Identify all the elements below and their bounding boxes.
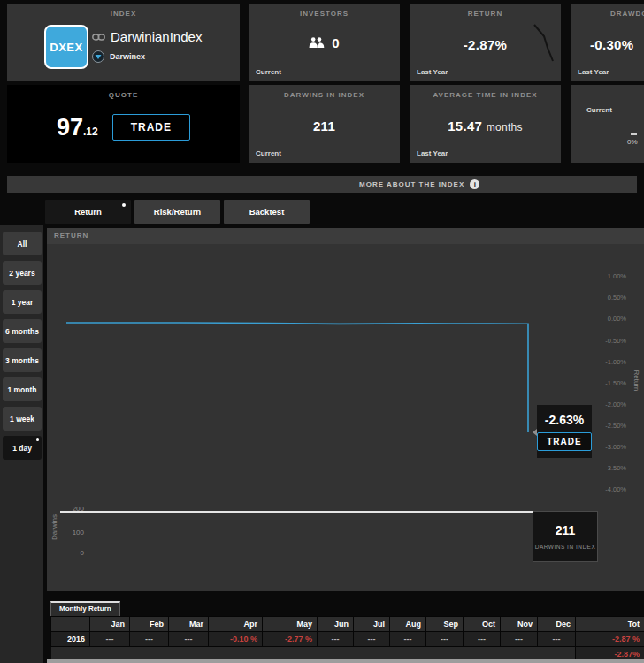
darwins-tooltip-value: 211	[556, 523, 576, 537]
darwins-card-value: 211	[249, 118, 400, 133]
period-6-months[interactable]: 6 months	[3, 319, 42, 343]
period-1-day[interactable]: 1 day	[3, 436, 42, 460]
quote-card: QUOTE 97.12 TRADE	[7, 85, 240, 163]
return-card: RETURN -2.87% Last Year	[410, 4, 561, 81]
tab-backtest[interactable]: Backtest	[224, 200, 310, 224]
darwins-tooltip-label: DARWINS IN INDEX	[535, 544, 596, 550]
month-cell: ---	[130, 632, 169, 647]
tooltip-trade-button[interactable]: TRADE	[537, 432, 591, 451]
header-cell: Tot	[576, 617, 644, 632]
monthly-return-tab[interactable]: Monthly Return	[50, 601, 120, 616]
tooltip-arrow-icon	[533, 429, 537, 436]
dxex-logo: DXEX	[44, 25, 88, 69]
return-chart-panel: RETURN 1.00% 0.50% 0.00% -0.50% -1.00% -…	[47, 228, 644, 591]
darwins-tick: 0	[58, 549, 84, 557]
darwins-tooltip: 211 DARWINS IN INDEX	[533, 511, 598, 562]
month-cell: ---	[390, 632, 426, 647]
period-3-months[interactable]: 3 months	[3, 348, 42, 372]
more-about-index-bar[interactable]: MORE ABOUT THE INDEX i	[7, 176, 637, 193]
period-3-months-label: 3 months	[5, 356, 39, 365]
avg-time-value: 15.47 months	[410, 118, 561, 133]
month-cell: ---	[90, 632, 130, 647]
period-2-years-label: 2 years	[9, 269, 34, 278]
period-6-months-label: 6 months	[5, 327, 39, 336]
period-all-label: All	[18, 240, 27, 248]
horizontal-scrollbar[interactable]	[47, 659, 644, 663]
monthly-header-row: Jan Feb Mar Apr May Jun Jul Aug Sep Oct …	[51, 617, 644, 632]
active-tab-dot	[122, 203, 126, 207]
y-tick: -4.00%	[591, 485, 626, 493]
month-cell: ---	[318, 632, 354, 647]
tab-risk-return[interactable]: Risk/Return	[134, 200, 220, 224]
link-icon	[92, 34, 105, 41]
y-tick: -3.00%	[591, 443, 626, 451]
avg-time-label: AVERAGE TIME IN INDEX	[410, 91, 561, 99]
tab-return-label: Return	[74, 207, 102, 217]
header-cell: Aug	[390, 617, 426, 632]
return-tooltip: -2.63% TRADE	[537, 405, 592, 458]
avg-time-period: Last Year	[417, 149, 448, 157]
header-cell: Sep	[426, 617, 464, 632]
period-1-week[interactable]: 1 week	[3, 407, 42, 431]
year-cell: 2016	[51, 632, 90, 647]
header-cell: Apr	[209, 617, 263, 632]
period-2-years[interactable]: 2 years	[3, 261, 42, 285]
quote-price: 97.12	[57, 114, 98, 141]
month-cell: -2.77 %	[263, 632, 318, 647]
y-tick: -3.50%	[591, 464, 626, 472]
quote-price-int: 97	[57, 114, 83, 141]
gauge-tick-icon	[631, 133, 637, 135]
month-cell: ---	[354, 632, 390, 647]
y-tick: -0.50%	[591, 337, 626, 345]
period-1-year[interactable]: 1 year	[3, 290, 42, 314]
active-period-dot	[36, 438, 39, 441]
return-period: Last Year	[417, 68, 448, 76]
more-about-label: MORE ABOUT THE INDEX	[359, 180, 464, 188]
period-1-day-label: 1 day	[12, 444, 32, 453]
month-cell: ---	[501, 632, 538, 647]
header-cell: Nov	[501, 617, 538, 632]
header-cell	[51, 617, 90, 632]
y-tick: 0.00%	[591, 315, 626, 323]
index-card-label: INDEX	[7, 10, 240, 18]
darwinex-badge-icon	[92, 50, 104, 63]
header-cell: Feb	[130, 617, 169, 632]
drawdown-card: DRAWDOWN -0.30% Last Year	[571, 4, 644, 81]
trade-button[interactable]: TRADE	[112, 114, 190, 141]
investors-icon	[309, 37, 325, 49]
monthly-data-row-2016: 2016 --- --- --- -0.10 % -2.77 % --- ---…	[51, 632, 644, 647]
period-1-year-label: 1 year	[12, 298, 34, 307]
period-1-month[interactable]: 1 month	[3, 377, 42, 401]
header-cell: Mar	[169, 617, 209, 632]
header-cell: Dec	[538, 617, 576, 632]
header-cell: Jun	[318, 617, 354, 632]
period-all[interactable]: All	[3, 232, 42, 255]
tooltip-return-value: -2.63%	[545, 413, 584, 427]
month-cell: -0.10 %	[209, 632, 263, 647]
drawdown-card-label: DRAWDOWN	[610, 10, 644, 18]
investors-period: Current	[256, 68, 281, 76]
header-cell: Jul	[354, 617, 390, 632]
y-tick: 1.00%	[591, 272, 626, 280]
tab-backtest-label: Backtest	[249, 207, 285, 217]
quote-price-dec: .12	[83, 126, 98, 138]
darwins-line	[60, 511, 533, 513]
header-cell: Oct	[464, 617, 501, 632]
darwins-tick: 100	[58, 529, 84, 537]
darwinex-index-page: INDEX DXEX DarwinianIndex Darwinex INVES…	[0, 0, 644, 663]
avg-time-unit: months	[487, 121, 523, 133]
header-cell: Jan	[90, 617, 130, 632]
period-1-month-label: 1 month	[7, 385, 36, 394]
drawdown-value: -0.30%	[590, 37, 644, 52]
tab-return[interactable]: Return	[45, 200, 131, 224]
provider-name: Darwinex	[110, 52, 145, 61]
y-tick: 0.50%	[591, 293, 626, 301]
investors-value: 0	[332, 35, 339, 50]
period-1-week-label: 1 week	[10, 415, 34, 423]
y-tick: -1.00%	[591, 358, 626, 366]
info-icon[interactable]: i	[470, 179, 479, 189]
investors-card-label: INVESTORS	[249, 10, 400, 18]
darwins-in-index-card: DARWINS IN INDEX 211 Current	[249, 85, 400, 163]
y-tick: -1.50%	[591, 379, 626, 387]
month-cell: ---	[169, 632, 209, 647]
